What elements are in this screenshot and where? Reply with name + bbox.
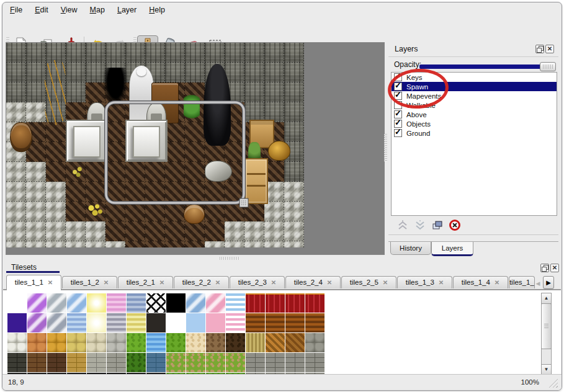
- layer-row-ground[interactable]: Ground: [392, 128, 557, 138]
- layer-row-keys[interactable]: Keys: [392, 73, 557, 82]
- palette-tile[interactable]: [305, 293, 325, 313]
- close-tab-icon[interactable]: ✕: [327, 279, 332, 286]
- palette-tile[interactable]: [107, 353, 127, 373]
- palette-tile[interactable]: [305, 353, 325, 373]
- tileset-tab-tiles_1_2[interactable]: tiles_1_2✕: [62, 276, 117, 288]
- palette-tile[interactable]: [246, 353, 266, 373]
- palette-tile[interactable]: [206, 353, 226, 373]
- palette-tile[interactable]: [146, 313, 166, 333]
- layer-row-walkable[interactable]: Walkable: [392, 100, 557, 110]
- palette-tile[interactable]: [47, 353, 67, 373]
- palette-tile[interactable]: [186, 333, 206, 353]
- palette-tile[interactable]: [226, 353, 246, 373]
- palette-tile[interactable]: [7, 333, 27, 353]
- palette-tile[interactable]: [127, 353, 146, 373]
- palette-tile[interactable]: [47, 313, 67, 333]
- palette-tile[interactable]: [27, 313, 47, 333]
- palette-tile[interactable]: [146, 353, 166, 373]
- palette-tile[interactable]: [305, 333, 325, 353]
- tileset-tab-tiles_2_3[interactable]: tiles_2_3✕: [230, 276, 285, 288]
- close-tab-icon[interactable]: ✕: [383, 279, 388, 286]
- delete-layer-button[interactable]: [447, 218, 463, 233]
- tileset-tab-tiles_2_5[interactable]: tiles_2_5✕: [341, 276, 396, 288]
- tileset-tab-tiles_2_4[interactable]: tiles_2_4✕: [285, 276, 341, 288]
- palette-tile[interactable]: [166, 293, 186, 313]
- palette-tile[interactable]: [226, 293, 246, 313]
- palette-tile[interactable]: [7, 353, 27, 373]
- palette-tile[interactable]: [87, 353, 107, 373]
- palette-tile[interactable]: [127, 313, 146, 333]
- float-panel-icon[interactable]: [535, 45, 544, 53]
- palette-tile[interactable]: [67, 293, 87, 313]
- tileset-tab-tiles_1[interactable]: tiles_1_: [509, 276, 535, 288]
- palette-tile[interactable]: [27, 293, 47, 313]
- tilesets-panel-title[interactable]: Tilesets: [6, 262, 60, 273]
- duplicate-layer-button[interactable]: [429, 218, 445, 233]
- palette-tile[interactable]: [7, 293, 27, 313]
- palette-tile[interactable]: [285, 313, 305, 333]
- palette-tile[interactable]: [166, 313, 186, 333]
- scroll-down-icon[interactable]: ▼: [541, 364, 552, 375]
- tileset-tab-tiles_2_1[interactable]: tiles_2_1✕: [118, 276, 173, 288]
- float-panel-icon[interactable]: [540, 264, 549, 272]
- tileset-tab-tiles_1_1[interactable]: tiles_1_1✕: [6, 275, 61, 290]
- scroll-tabs-right-button[interactable]: ▶: [543, 276, 554, 289]
- palette-tile[interactable]: [127, 333, 146, 353]
- close-tab-icon[interactable]: ✕: [215, 279, 220, 286]
- palette-tile[interactable]: [166, 333, 186, 353]
- menu-layer[interactable]: Layer: [111, 2, 143, 17]
- tab-history[interactable]: History: [390, 242, 431, 255]
- layer-row-mapevents[interactable]: Mapevents: [392, 91, 557, 100]
- map-canvas[interactable]: [6, 42, 385, 255]
- close-tab-icon[interactable]: ✕: [104, 279, 109, 286]
- palette-tile[interactable]: [146, 293, 166, 313]
- palette-tile[interactable]: [266, 333, 285, 353]
- palette-tile[interactable]: [87, 293, 107, 313]
- layer-visibility-checkbox[interactable]: [394, 92, 402, 100]
- palette-tile[interactable]: [107, 333, 127, 353]
- move-layer-down-button[interactable]: [412, 218, 428, 233]
- layer-row-spawn[interactable]: Spawn: [392, 82, 557, 91]
- window-resize-grip[interactable]: [548, 378, 558, 388]
- close-tab-icon[interactable]: ✕: [48, 279, 53, 286]
- palette-tile[interactable]: [67, 333, 87, 353]
- tile-palette[interactable]: [7, 293, 326, 375]
- palette-tile[interactable]: [186, 353, 206, 373]
- layer-row-objects[interactable]: Objects: [392, 119, 557, 128]
- palette-tile[interactable]: [47, 333, 67, 353]
- palette-tile[interactable]: [87, 313, 107, 333]
- palette-tile[interactable]: [285, 333, 305, 353]
- close-tab-icon[interactable]: ✕: [439, 279, 444, 286]
- palette-tile[interactable]: [206, 333, 226, 353]
- palette-tile[interactable]: [246, 313, 266, 333]
- layer-visibility-checkbox[interactable]: [394, 129, 402, 137]
- palette-tile[interactable]: [226, 313, 246, 333]
- close-tab-icon[interactable]: ✕: [495, 279, 499, 286]
- menu-help[interactable]: Help: [143, 2, 171, 17]
- palette-tile[interactable]: [186, 313, 206, 333]
- layer-row-above[interactable]: Above: [392, 110, 557, 119]
- close-panel-icon[interactable]: ✕: [545, 45, 554, 53]
- menu-view[interactable]: View: [55, 2, 84, 17]
- palette-tile[interactable]: [266, 353, 285, 373]
- palette-tile[interactable]: [7, 313, 27, 333]
- palette-tile[interactable]: [166, 353, 186, 373]
- palette-tile[interactable]: [67, 313, 87, 333]
- menu-edit[interactable]: Edit: [29, 2, 55, 17]
- palette-tile[interactable]: [186, 293, 206, 313]
- scrollbar-thumb[interactable]: [541, 303, 552, 349]
- close-tab-icon[interactable]: ✕: [271, 279, 276, 286]
- scroll-up-icon[interactable]: ▲: [541, 293, 552, 304]
- palette-tile[interactable]: [266, 313, 285, 333]
- palette-tile[interactable]: [246, 293, 266, 313]
- opacity-slider-track[interactable]: [419, 65, 541, 69]
- palette-tile[interactable]: [27, 333, 47, 353]
- palette-tile[interactable]: [127, 293, 146, 313]
- tileset-tab-tiles_1_4[interactable]: tiles_1_4✕: [453, 276, 508, 288]
- palette-tile[interactable]: [107, 293, 127, 313]
- tab-layers[interactable]: Layers: [431, 242, 473, 256]
- palette-tile[interactable]: [146, 333, 166, 353]
- palette-tile[interactable]: [47, 293, 67, 313]
- tileset-tab-tiles_2_2[interactable]: tiles_2_2✕: [174, 276, 229, 288]
- palette-tile[interactable]: [285, 353, 305, 373]
